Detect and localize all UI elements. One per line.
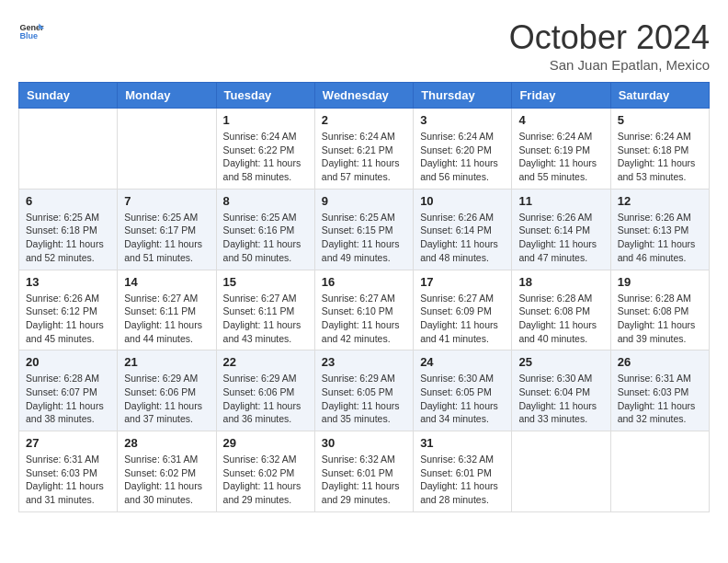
calendar-day-cell: 21Sunrise: 6:29 AM Sunset: 6:06 PM Dayli…: [118, 350, 216, 431]
day-number: 2: [322, 113, 406, 127]
day-info: Sunrise: 6:28 AM Sunset: 6:08 PM Dayligh…: [618, 292, 702, 346]
day-number: 18: [518, 275, 603, 289]
calendar-day-cell: 2Sunrise: 6:24 AM Sunset: 6:21 PM Daylig…: [314, 109, 413, 190]
day-info: Sunrise: 6:25 AM Sunset: 6:16 PM Dayligh…: [223, 211, 308, 265]
day-info: Sunrise: 6:31 AM Sunset: 6:03 PM Dayligh…: [26, 453, 110, 507]
calendar-day-cell: 26Sunrise: 6:31 AM Sunset: 6:03 PM Dayli…: [610, 350, 709, 431]
day-info: Sunrise: 6:25 AM Sunset: 6:17 PM Dayligh…: [124, 211, 209, 265]
day-number: 20: [26, 355, 110, 369]
calendar-day-cell: 9Sunrise: 6:25 AM Sunset: 6:15 PM Daylig…: [314, 189, 413, 270]
calendar-day-cell: 1Sunrise: 6:24 AM Sunset: 6:22 PM Daylig…: [216, 109, 314, 190]
day-number: 12: [618, 194, 702, 208]
calendar-week-row: 6Sunrise: 6:25 AM Sunset: 6:18 PM Daylig…: [19, 189, 710, 270]
calendar-day-cell: 8Sunrise: 6:25 AM Sunset: 6:16 PM Daylig…: [216, 189, 314, 270]
day-number: 7: [124, 194, 209, 208]
day-number: 27: [26, 436, 110, 450]
weekday-header-row: SundayMondayTuesdayWednesdayThursdayFrid…: [19, 83, 710, 109]
day-info: Sunrise: 6:26 AM Sunset: 6:14 PM Dayligh…: [518, 211, 603, 265]
day-number: 16: [322, 275, 406, 289]
svg-text:Blue: Blue: [19, 31, 38, 40]
day-info: Sunrise: 6:27 AM Sunset: 6:11 PM Dayligh…: [124, 292, 209, 346]
logo: General Blue: [18, 18, 44, 44]
day-number: 10: [420, 194, 505, 208]
calendar-day-cell: 13Sunrise: 6:26 AM Sunset: 6:12 PM Dayli…: [19, 270, 118, 350]
day-info: Sunrise: 6:26 AM Sunset: 6:13 PM Dayligh…: [618, 211, 702, 265]
page-header: General Blue October 2024 San Juan Epatl…: [18, 18, 710, 73]
day-info: Sunrise: 6:30 AM Sunset: 6:04 PM Dayligh…: [518, 372, 603, 426]
day-info: Sunrise: 6:25 AM Sunset: 6:18 PM Dayligh…: [26, 211, 110, 265]
day-info: Sunrise: 6:24 AM Sunset: 6:18 PM Dayligh…: [618, 130, 702, 184]
day-info: Sunrise: 6:25 AM Sunset: 6:15 PM Dayligh…: [322, 211, 406, 265]
calendar-day-cell: 28Sunrise: 6:31 AM Sunset: 6:02 PM Dayli…: [118, 431, 216, 512]
day-number: 6: [26, 194, 110, 208]
day-number: 15: [223, 275, 308, 289]
weekday-header-cell: Saturday: [610, 83, 709, 109]
calendar-day-cell: 17Sunrise: 6:27 AM Sunset: 6:09 PM Dayli…: [414, 270, 512, 350]
day-info: Sunrise: 6:30 AM Sunset: 6:05 PM Dayligh…: [420, 372, 505, 426]
calendar-day-cell: 12Sunrise: 6:26 AM Sunset: 6:13 PM Dayli…: [610, 189, 709, 270]
calendar-day-cell: 19Sunrise: 6:28 AM Sunset: 6:08 PM Dayli…: [610, 270, 709, 350]
calendar-day-cell: 14Sunrise: 6:27 AM Sunset: 6:11 PM Dayli…: [118, 270, 216, 350]
day-info: Sunrise: 6:24 AM Sunset: 6:22 PM Dayligh…: [223, 130, 308, 184]
calendar-day-cell: 22Sunrise: 6:29 AM Sunset: 6:06 PM Dayli…: [216, 350, 314, 431]
day-info: Sunrise: 6:32 AM Sunset: 6:01 PM Dayligh…: [420, 453, 505, 507]
day-info: Sunrise: 6:28 AM Sunset: 6:07 PM Dayligh…: [26, 372, 110, 426]
calendar-day-cell: 15Sunrise: 6:27 AM Sunset: 6:11 PM Dayli…: [216, 270, 314, 350]
calendar-week-row: 20Sunrise: 6:28 AM Sunset: 6:07 PM Dayli…: [19, 350, 710, 431]
day-number: 19: [618, 275, 702, 289]
calendar-table: SundayMondayTuesdayWednesdayThursdayFrid…: [18, 82, 710, 512]
day-info: Sunrise: 6:24 AM Sunset: 6:21 PM Dayligh…: [322, 130, 406, 184]
day-info: Sunrise: 6:31 AM Sunset: 6:02 PM Dayligh…: [124, 453, 209, 507]
calendar-day-cell: [118, 109, 216, 190]
calendar-day-cell: 24Sunrise: 6:30 AM Sunset: 6:05 PM Dayli…: [414, 350, 512, 431]
day-number: 28: [124, 436, 209, 450]
month-title: October 2024: [509, 18, 710, 57]
day-info: Sunrise: 6:29 AM Sunset: 6:05 PM Dayligh…: [322, 372, 406, 426]
day-number: 13: [26, 275, 110, 289]
calendar-day-cell: 20Sunrise: 6:28 AM Sunset: 6:07 PM Dayli…: [19, 350, 118, 431]
day-info: Sunrise: 6:26 AM Sunset: 6:12 PM Dayligh…: [26, 292, 110, 346]
calendar-day-cell: 6Sunrise: 6:25 AM Sunset: 6:18 PM Daylig…: [19, 189, 118, 270]
day-number: 26: [618, 355, 702, 369]
weekday-header-cell: Wednesday: [314, 83, 413, 109]
day-info: Sunrise: 6:32 AM Sunset: 6:02 PM Dayligh…: [223, 453, 308, 507]
calendar-day-cell: 11Sunrise: 6:26 AM Sunset: 6:14 PM Dayli…: [512, 189, 610, 270]
calendar-week-row: 13Sunrise: 6:26 AM Sunset: 6:12 PM Dayli…: [19, 270, 710, 350]
calendar-day-cell: 10Sunrise: 6:26 AM Sunset: 6:14 PM Dayli…: [414, 189, 512, 270]
calendar-day-cell: 30Sunrise: 6:32 AM Sunset: 6:01 PM Dayli…: [314, 431, 413, 512]
calendar-body: 1Sunrise: 6:24 AM Sunset: 6:22 PM Daylig…: [19, 109, 710, 512]
title-section: October 2024 San Juan Epatlan, Mexico: [509, 18, 710, 73]
day-info: Sunrise: 6:32 AM Sunset: 6:01 PM Dayligh…: [322, 453, 406, 507]
calendar-day-cell: 16Sunrise: 6:27 AM Sunset: 6:10 PM Dayli…: [314, 270, 413, 350]
weekday-header-cell: Tuesday: [216, 83, 314, 109]
calendar-day-cell: 27Sunrise: 6:31 AM Sunset: 6:03 PM Dayli…: [19, 431, 118, 512]
calendar-week-row: 27Sunrise: 6:31 AM Sunset: 6:03 PM Dayli…: [19, 431, 710, 512]
day-number: 4: [518, 113, 603, 127]
calendar-day-cell: [512, 431, 610, 512]
calendar-day-cell: [19, 109, 118, 190]
day-number: 1: [223, 113, 308, 127]
logo-icon: General Blue: [18, 18, 44, 44]
day-number: 3: [420, 113, 505, 127]
day-number: 24: [420, 355, 505, 369]
calendar-day-cell: 31Sunrise: 6:32 AM Sunset: 6:01 PM Dayli…: [414, 431, 512, 512]
day-info: Sunrise: 6:27 AM Sunset: 6:09 PM Dayligh…: [420, 292, 505, 346]
weekday-header-cell: Monday: [118, 83, 216, 109]
day-number: 21: [124, 355, 209, 369]
calendar-day-cell: 25Sunrise: 6:30 AM Sunset: 6:04 PM Dayli…: [512, 350, 610, 431]
day-number: 30: [322, 436, 406, 450]
day-number: 11: [518, 194, 603, 208]
calendar-day-cell: 4Sunrise: 6:24 AM Sunset: 6:19 PM Daylig…: [512, 109, 610, 190]
day-number: 29: [223, 436, 308, 450]
day-number: 9: [322, 194, 406, 208]
calendar-day-cell: 3Sunrise: 6:24 AM Sunset: 6:20 PM Daylig…: [414, 109, 512, 190]
day-info: Sunrise: 6:29 AM Sunset: 6:06 PM Dayligh…: [223, 372, 308, 426]
day-info: Sunrise: 6:27 AM Sunset: 6:10 PM Dayligh…: [322, 292, 406, 346]
calendar-day-cell: 18Sunrise: 6:28 AM Sunset: 6:08 PM Dayli…: [512, 270, 610, 350]
day-number: 5: [618, 113, 702, 127]
calendar-day-cell: 7Sunrise: 6:25 AM Sunset: 6:17 PM Daylig…: [118, 189, 216, 270]
calendar-week-row: 1Sunrise: 6:24 AM Sunset: 6:22 PM Daylig…: [19, 109, 710, 190]
weekday-header-cell: Friday: [512, 83, 610, 109]
day-info: Sunrise: 6:29 AM Sunset: 6:06 PM Dayligh…: [124, 372, 209, 426]
day-number: 25: [518, 355, 603, 369]
